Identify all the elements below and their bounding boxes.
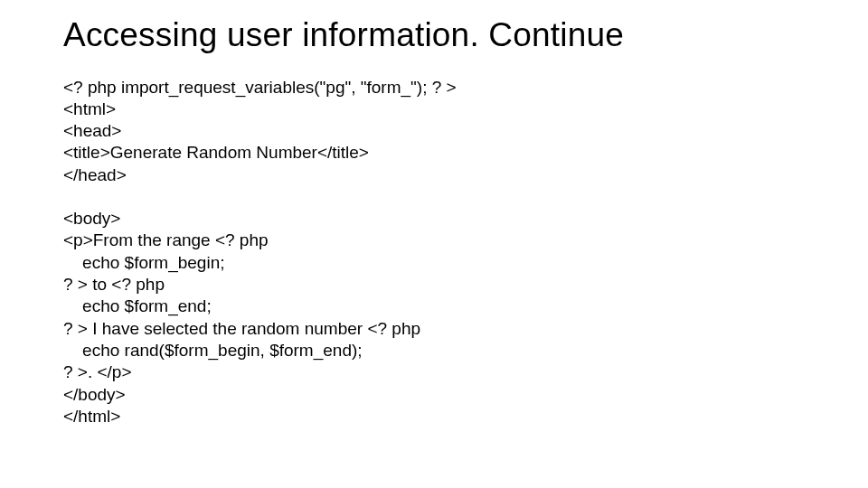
- slide-content: Accessing user information. Continue <? …: [0, 0, 868, 427]
- code-block-1: <? php import_request_variables("pg", "f…: [63, 77, 805, 187]
- slide-title: Accessing user information. Continue: [63, 16, 805, 55]
- code-block-2: <body> <p>From the range <? php echo $fo…: [63, 208, 805, 427]
- blank-line: [63, 186, 805, 208]
